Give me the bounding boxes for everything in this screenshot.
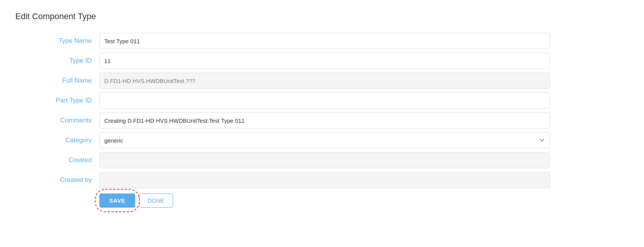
created-by-label: Created by bbox=[15, 176, 99, 184]
save-button-wrapper: SAVE bbox=[99, 193, 135, 208]
edit-form: Type Name Type ID Full Name Part Type ID… bbox=[15, 33, 550, 208]
comments-row: Comments bbox=[15, 112, 550, 128]
category-select[interactable]: generic other bbox=[99, 132, 550, 148]
button-group: SAVE DONE bbox=[99, 193, 173, 208]
button-row: SAVE DONE bbox=[15, 193, 550, 208]
part-type-id-row: Part Type ID bbox=[15, 93, 550, 109]
full-name-input[interactable] bbox=[99, 73, 550, 89]
created-by-input bbox=[99, 172, 550, 188]
full-name-row: Full Name bbox=[15, 73, 550, 89]
type-id-row: Type ID bbox=[15, 53, 550, 69]
type-name-input[interactable] bbox=[99, 33, 550, 49]
done-button[interactable]: DONE bbox=[139, 193, 173, 208]
page-title: Edit Component Type bbox=[15, 11, 629, 21]
comments-label: Comments bbox=[15, 117, 99, 124]
full-name-label: Full Name bbox=[15, 77, 99, 84]
part-type-id-input[interactable] bbox=[99, 93, 550, 109]
type-id-input[interactable] bbox=[99, 53, 550, 69]
type-name-label: Type Name bbox=[15, 37, 99, 45]
created-input bbox=[99, 152, 550, 168]
created-by-row: Created by bbox=[15, 172, 550, 188]
save-button[interactable]: SAVE bbox=[99, 193, 135, 208]
category-row: Category generic other bbox=[15, 132, 550, 148]
type-id-label: Type ID bbox=[15, 57, 99, 65]
created-row: Created bbox=[15, 152, 550, 168]
comments-input[interactable] bbox=[99, 112, 550, 128]
type-name-row: Type Name bbox=[15, 33, 550, 49]
category-label: Category bbox=[15, 136, 99, 144]
part-type-id-label: Part Type ID bbox=[15, 97, 99, 104]
created-label: Created bbox=[15, 156, 99, 164]
